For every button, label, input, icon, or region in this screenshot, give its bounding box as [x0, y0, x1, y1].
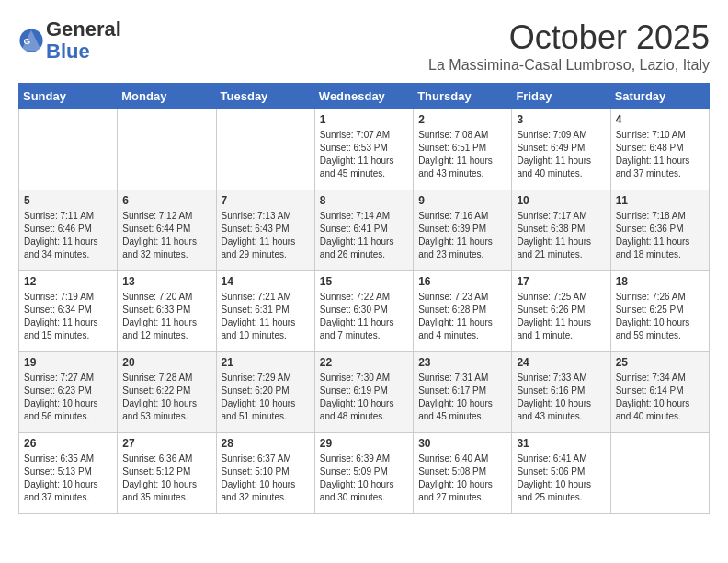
svg-text:G: G — [24, 36, 31, 46]
day-info: Sunrise: 7:19 AM Sunset: 6:34 PM Dayligh… — [24, 291, 112, 342]
day-number: 19 — [24, 356, 112, 369]
calendar-cell: 29Sunrise: 6:39 AM Sunset: 5:09 PM Dayli… — [314, 433, 413, 514]
calendar-cell: 30Sunrise: 6:40 AM Sunset: 5:08 PM Dayli… — [414, 433, 512, 514]
calendar-cell: 16Sunrise: 7:23 AM Sunset: 6:28 PM Dayli… — [414, 271, 512, 352]
logo: G General Blue — [18, 18, 121, 63]
week-row-4: 19Sunrise: 7:27 AM Sunset: 6:23 PM Dayli… — [19, 352, 710, 433]
calendar-cell — [118, 109, 216, 190]
day-number: 22 — [320, 356, 408, 369]
day-number: 17 — [517, 275, 605, 288]
day-number: 25 — [616, 356, 704, 369]
calendar-cell: 14Sunrise: 7:21 AM Sunset: 6:31 PM Dayli… — [216, 271, 314, 352]
day-number: 21 — [222, 356, 310, 369]
day-number: 16 — [418, 275, 506, 288]
day-number: 26 — [24, 437, 112, 450]
day-number: 23 — [418, 356, 506, 369]
day-number: 1 — [320, 113, 408, 126]
day-number: 30 — [418, 437, 506, 450]
title-block: October 2025 La Massimina-Casal Lumbroso… — [428, 18, 710, 74]
day-number: 11 — [616, 194, 704, 207]
day-info: Sunrise: 7:30 AM Sunset: 6:19 PM Dayligh… — [320, 372, 408, 423]
calendar-cell: 26Sunrise: 6:35 AM Sunset: 5:13 PM Dayli… — [19, 433, 118, 514]
week-row-5: 26Sunrise: 6:35 AM Sunset: 5:13 PM Dayli… — [19, 433, 710, 514]
day-info: Sunrise: 7:16 AM Sunset: 6:39 PM Dayligh… — [418, 210, 506, 261]
calendar-subtitle: La Massimina-Casal Lumbroso, Lazio, Ital… — [428, 57, 710, 74]
calendar-cell — [610, 433, 709, 514]
weekday-header-monday: Monday — [118, 84, 216, 109]
weekday-header-tuesday: Tuesday — [216, 84, 314, 109]
calendar-cell: 11Sunrise: 7:18 AM Sunset: 6:36 PM Dayli… — [610, 190, 709, 271]
calendar-cell: 12Sunrise: 7:19 AM Sunset: 6:34 PM Dayli… — [19, 271, 118, 352]
logo-blue: Blue — [46, 40, 90, 63]
calendar-cell: 27Sunrise: 6:36 AM Sunset: 5:12 PM Dayli… — [118, 433, 216, 514]
calendar-cell: 4Sunrise: 7:10 AM Sunset: 6:48 PM Daylig… — [610, 109, 709, 190]
day-info: Sunrise: 7:27 AM Sunset: 6:23 PM Dayligh… — [24, 372, 112, 423]
page: G General Blue October 2025 La Massimina… — [0, 0, 728, 523]
week-row-3: 12Sunrise: 7:19 AM Sunset: 6:34 PM Dayli… — [19, 271, 710, 352]
day-info: Sunrise: 6:39 AM Sunset: 5:09 PM Dayligh… — [320, 453, 408, 504]
day-info: Sunrise: 7:31 AM Sunset: 6:17 PM Dayligh… — [418, 372, 506, 423]
day-number: 4 — [616, 113, 704, 126]
calendar-cell — [216, 109, 314, 190]
weekday-header-thursday: Thursday — [414, 84, 512, 109]
calendar-cell: 8Sunrise: 7:14 AM Sunset: 6:41 PM Daylig… — [314, 190, 413, 271]
calendar-cell — [19, 109, 118, 190]
calendar-cell: 20Sunrise: 7:28 AM Sunset: 6:22 PM Dayli… — [118, 352, 216, 433]
weekday-header-row: SundayMondayTuesdayWednesdayThursdayFrid… — [19, 84, 710, 109]
calendar-cell: 15Sunrise: 7:22 AM Sunset: 6:30 PM Dayli… — [314, 271, 413, 352]
day-number: 12 — [24, 275, 112, 288]
day-info: Sunrise: 6:41 AM Sunset: 5:06 PM Dayligh… — [517, 453, 605, 504]
week-row-2: 5Sunrise: 7:11 AM Sunset: 6:46 PM Daylig… — [19, 190, 710, 271]
day-info: Sunrise: 7:20 AM Sunset: 6:33 PM Dayligh… — [122, 291, 210, 342]
weekday-header-saturday: Saturday — [610, 84, 709, 109]
day-info: Sunrise: 7:10 AM Sunset: 6:48 PM Dayligh… — [616, 129, 704, 180]
calendar-cell: 10Sunrise: 7:17 AM Sunset: 6:38 PM Dayli… — [512, 190, 610, 271]
day-info: Sunrise: 7:26 AM Sunset: 6:25 PM Dayligh… — [616, 291, 704, 342]
day-number: 14 — [222, 275, 310, 288]
calendar-cell: 13Sunrise: 7:20 AM Sunset: 6:33 PM Dayli… — [118, 271, 216, 352]
day-info: Sunrise: 7:14 AM Sunset: 6:41 PM Dayligh… — [320, 210, 408, 261]
calendar-cell: 23Sunrise: 7:31 AM Sunset: 6:17 PM Dayli… — [414, 352, 512, 433]
calendar-cell: 9Sunrise: 7:16 AM Sunset: 6:39 PM Daylig… — [414, 190, 512, 271]
calendar-cell: 28Sunrise: 6:37 AM Sunset: 5:10 PM Dayli… — [216, 433, 314, 514]
day-info: Sunrise: 6:37 AM Sunset: 5:10 PM Dayligh… — [222, 453, 310, 504]
day-info: Sunrise: 7:25 AM Sunset: 6:26 PM Dayligh… — [517, 291, 605, 342]
day-info: Sunrise: 7:29 AM Sunset: 6:20 PM Dayligh… — [222, 372, 310, 423]
day-info: Sunrise: 6:36 AM Sunset: 5:12 PM Dayligh… — [122, 453, 210, 504]
day-info: Sunrise: 7:21 AM Sunset: 6:31 PM Dayligh… — [222, 291, 310, 342]
weekday-header-friday: Friday — [512, 84, 610, 109]
calendar-cell: 21Sunrise: 7:29 AM Sunset: 6:20 PM Dayli… — [216, 352, 314, 433]
logo-text: General Blue — [46, 18, 121, 63]
day-number: 29 — [320, 437, 408, 450]
calendar-cell: 7Sunrise: 7:13 AM Sunset: 6:43 PM Daylig… — [216, 190, 314, 271]
day-info: Sunrise: 7:11 AM Sunset: 6:46 PM Dayligh… — [24, 210, 112, 261]
day-number: 13 — [122, 275, 210, 288]
calendar-cell: 1Sunrise: 7:07 AM Sunset: 6:53 PM Daylig… — [314, 109, 413, 190]
day-number: 9 — [418, 194, 506, 207]
calendar-cell: 24Sunrise: 7:33 AM Sunset: 6:16 PM Dayli… — [512, 352, 610, 433]
day-info: Sunrise: 7:13 AM Sunset: 6:43 PM Dayligh… — [222, 210, 310, 261]
week-row-1: 1Sunrise: 7:07 AM Sunset: 6:53 PM Daylig… — [19, 109, 710, 190]
calendar-cell: 5Sunrise: 7:11 AM Sunset: 6:46 PM Daylig… — [19, 190, 118, 271]
day-info: Sunrise: 6:35 AM Sunset: 5:13 PM Dayligh… — [24, 453, 112, 504]
day-number: 3 — [517, 113, 605, 126]
weekday-header-wednesday: Wednesday — [314, 84, 413, 109]
day-info: Sunrise: 7:12 AM Sunset: 6:44 PM Dayligh… — [122, 210, 210, 261]
header: G General Blue October 2025 La Massimina… — [18, 18, 710, 74]
logo-icon: G — [18, 28, 44, 53]
day-info: Sunrise: 7:23 AM Sunset: 6:28 PM Dayligh… — [418, 291, 506, 342]
calendar-cell: 25Sunrise: 7:34 AM Sunset: 6:14 PM Dayli… — [610, 352, 709, 433]
calendar-cell: 31Sunrise: 6:41 AM Sunset: 5:06 PM Dayli… — [512, 433, 610, 514]
day-info: Sunrise: 7:08 AM Sunset: 6:51 PM Dayligh… — [418, 129, 506, 180]
day-number: 27 — [122, 437, 210, 450]
calendar-cell: 17Sunrise: 7:25 AM Sunset: 6:26 PM Dayli… — [512, 271, 610, 352]
day-info: Sunrise: 7:17 AM Sunset: 6:38 PM Dayligh… — [517, 210, 605, 261]
day-number: 8 — [320, 194, 408, 207]
day-info: Sunrise: 6:40 AM Sunset: 5:08 PM Dayligh… — [418, 453, 506, 504]
logo-general: General — [46, 17, 121, 40]
calendar-title: October 2025 — [428, 18, 710, 57]
calendar-cell: 18Sunrise: 7:26 AM Sunset: 6:25 PM Dayli… — [610, 271, 709, 352]
day-number: 24 — [517, 356, 605, 369]
day-info: Sunrise: 7:28 AM Sunset: 6:22 PM Dayligh… — [122, 372, 210, 423]
day-info: Sunrise: 7:33 AM Sunset: 6:16 PM Dayligh… — [517, 372, 605, 423]
